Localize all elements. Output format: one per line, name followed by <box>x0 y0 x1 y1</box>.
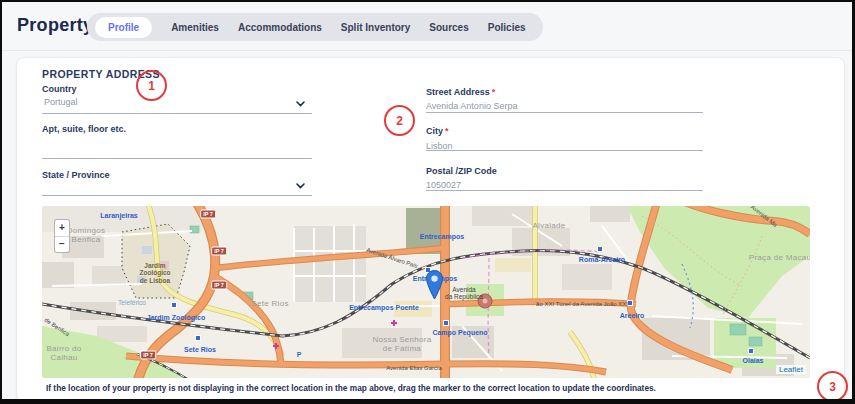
apt-suite-underline <box>42 158 312 159</box>
postal-code-label: Postal /ZIP Code <box>426 166 497 176</box>
tab-policies[interactable]: Policies <box>488 22 526 33</box>
required-asterisk: * <box>492 87 496 97</box>
tab-accommodations[interactable]: Accommodations <box>238 22 322 33</box>
leaflet-attribution-link[interactable]: Leaflet <box>776 365 806 374</box>
postal-code-input[interactable]: 1050027 <box>426 180 461 190</box>
chevron-down-icon[interactable] <box>296 101 305 107</box>
street-address-underline <box>426 112 703 113</box>
map-marker-pin[interactable] <box>426 270 443 300</box>
street-address-label: Street Address* <box>426 87 495 97</box>
tab-profile[interactable]: Profile <box>95 17 152 38</box>
required-asterisk: * <box>445 126 449 136</box>
zoom-out-button[interactable]: − <box>55 237 69 253</box>
annotation-circle-1: 1 <box>136 70 167 101</box>
annotation-circle-2: 2 <box>384 105 415 136</box>
tab-split-inventory[interactable]: Split Inventory <box>341 22 410 33</box>
map[interactable]: Laranjeiras Jardim Zoológico Sete Rios E… <box>42 206 810 378</box>
street-address-input[interactable]: Avenida Antonio Serpa <box>426 101 517 111</box>
header-divider <box>2 50 852 51</box>
country-select-value[interactable]: Portugal <box>44 97 78 107</box>
map-instruction-note: If the location of your property is not … <box>46 383 816 393</box>
property-profile-page: Property Profile Amenities Accommodation… <box>0 0 855 404</box>
postal-code-underline <box>426 190 703 191</box>
state-province-underline <box>42 195 312 196</box>
country-underline <box>42 113 312 114</box>
city-label: City* <box>426 126 449 136</box>
annotation-circle-3: 3 <box>817 371 848 402</box>
tab-sources[interactable]: Sources <box>429 22 468 33</box>
apt-suite-label: Apt, suite, floor etc. <box>42 124 126 134</box>
map-zoom-control: + − <box>54 219 70 253</box>
zoom-in-button[interactable]: + <box>55 220 69 237</box>
tab-amenities[interactable]: Amenities <box>171 22 219 33</box>
state-province-label: State / Province <box>42 170 110 180</box>
tab-bar: Profile Amenities Accommodations Split I… <box>87 13 543 41</box>
page-title: Property <box>17 15 93 36</box>
country-label: Country <box>42 84 77 94</box>
chevron-down-icon[interactable] <box>296 183 305 189</box>
city-underline <box>426 150 703 151</box>
